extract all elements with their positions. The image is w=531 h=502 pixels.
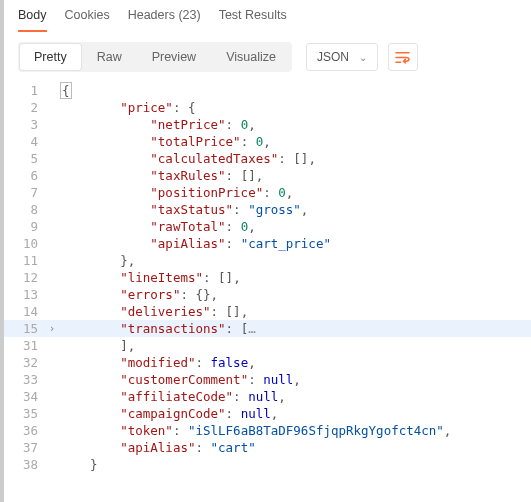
line-number: 38 xyxy=(10,456,44,473)
format-label: JSON xyxy=(317,50,349,64)
wrap-lines-button[interactable] xyxy=(388,43,418,71)
view-raw[interactable]: Raw xyxy=(83,44,136,70)
view-mode-group: Pretty Raw Preview Visualize xyxy=(18,42,292,72)
tab-headers[interactable]: Headers (23) xyxy=(128,8,201,32)
line-number: 14 xyxy=(10,303,44,320)
line-number: 15 xyxy=(10,320,44,337)
line-number: 11 xyxy=(10,252,44,269)
wrap-lines-icon xyxy=(395,51,410,64)
view-preview[interactable]: Preview xyxy=(138,44,210,70)
line-number: 9 xyxy=(10,218,44,235)
line-number: 2 xyxy=(10,99,44,116)
body-toolbar: Pretty Raw Preview Visualize JSON ⌄ xyxy=(4,32,531,82)
response-body-code[interactable]: 1{ 2 "price": { 3 "netPrice": 0, 4 "tota… xyxy=(4,82,531,473)
view-visualize[interactable]: Visualize xyxy=(212,44,290,70)
line-number: 10 xyxy=(10,235,44,252)
line-number: 33 xyxy=(10,371,44,388)
format-dropdown[interactable]: JSON ⌄ xyxy=(306,43,378,71)
line-number: 3 xyxy=(10,116,44,133)
line-number: 1 xyxy=(10,82,44,99)
fold-arrow-icon[interactable]: › xyxy=(44,320,60,337)
tab-test-results[interactable]: Test Results xyxy=(219,8,287,32)
tab-cookies[interactable]: Cookies xyxy=(65,8,110,32)
line-number: 8 xyxy=(10,201,44,218)
line-number: 7 xyxy=(10,184,44,201)
line-number: 34 xyxy=(10,388,44,405)
line-number: 12 xyxy=(10,269,44,286)
view-pretty[interactable]: Pretty xyxy=(20,44,81,70)
line-number: 36 xyxy=(10,422,44,439)
response-tabs: Body Cookies Headers (23) Test Results xyxy=(4,0,531,32)
line-number: 5 xyxy=(10,150,44,167)
line-number: 31 xyxy=(10,337,44,354)
line-number: 32 xyxy=(10,354,44,371)
chevron-down-icon: ⌄ xyxy=(359,52,367,63)
line-number: 4 xyxy=(10,133,44,150)
line-number: 35 xyxy=(10,405,44,422)
tab-body[interactable]: Body xyxy=(18,8,47,32)
line-number: 13 xyxy=(10,286,44,303)
line-number: 6 xyxy=(10,167,44,184)
line-number: 37 xyxy=(10,439,44,456)
